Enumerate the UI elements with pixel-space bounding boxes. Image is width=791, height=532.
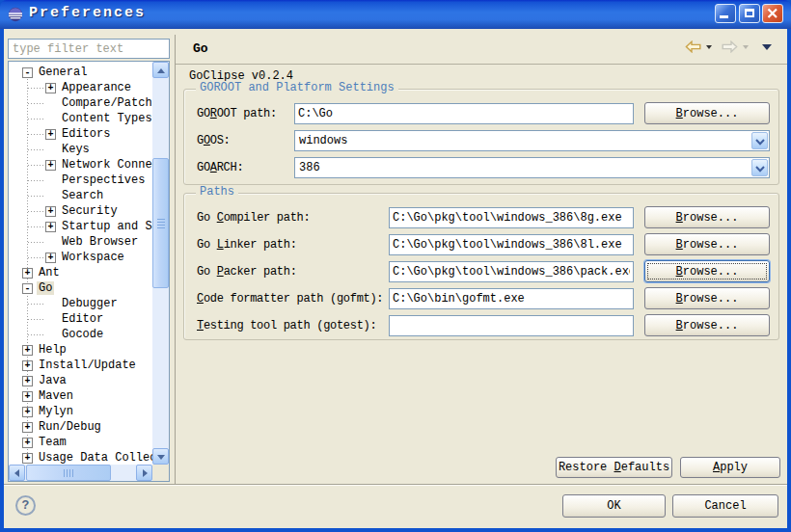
expand-toggle-icon[interactable]: + xyxy=(45,160,56,171)
expand-toggle-icon[interactable]: + xyxy=(22,453,33,464)
goos-label: GOOS: xyxy=(197,130,231,151)
sidebar-item-run-debug[interactable]: +Run/Debug xyxy=(9,419,152,435)
linker-browse-button[interactable]: Browse... xyxy=(644,233,770,255)
cancel-button[interactable]: Cancel xyxy=(672,494,778,518)
expand-toggle-icon[interactable]: + xyxy=(22,422,33,433)
vertical-scroll-thumb[interactable] xyxy=(152,158,169,288)
sidebar-item-label: Gocode xyxy=(60,328,105,341)
compiler-browse-button[interactable]: Browse... xyxy=(644,206,770,228)
sidebar-item-label: Security xyxy=(60,204,120,218)
sidebar-item-go-debugger[interactable]: Debugger xyxy=(9,296,152,311)
ok-button[interactable]: OK xyxy=(562,494,666,518)
expand-toggle-icon[interactable]: + xyxy=(45,129,56,140)
sidebar-item-go-gocode[interactable]: Gocode xyxy=(9,327,152,342)
tree-vertical-scrollbar[interactable] xyxy=(152,62,169,465)
gofmt-browse-button[interactable]: Browse... xyxy=(644,287,770,309)
preferences-tree: -General +Appearance Compare/Patch Conte… xyxy=(8,61,170,482)
close-button[interactable] xyxy=(762,4,783,23)
expand-toggle-icon[interactable]: + xyxy=(22,407,33,417)
expand-toggle-icon[interactable]: + xyxy=(22,391,33,402)
expand-toggle-icon[interactable]: + xyxy=(22,376,33,386)
goarch-selected-value: 386 xyxy=(299,161,320,174)
sidebar-item-label: Install/Update xyxy=(37,359,138,372)
linker-path-input[interactable] xyxy=(389,234,634,255)
sidebar-item-compare-patch[interactable]: Compare/Patch xyxy=(9,95,152,111)
sidebar-item-team[interactable]: +Team xyxy=(9,435,152,450)
goarch-combobox[interactable]: 386 xyxy=(294,157,770,178)
combo-dropdown-button[interactable] xyxy=(751,159,768,176)
sidebar-item-startup-and-shutdown[interactable]: +Startup and Shu xyxy=(9,219,152,234)
sidebar-item-keys[interactable]: Keys xyxy=(9,142,152,157)
gotest-path-input[interactable] xyxy=(389,315,634,336)
sidebar-item-label: Help xyxy=(37,343,68,357)
goos-combobox[interactable]: windows xyxy=(294,130,770,151)
sidebar-item-security[interactable]: +Security xyxy=(9,203,152,219)
goroot-path-input[interactable] xyxy=(294,103,634,124)
scroll-up-button[interactable] xyxy=(152,62,169,78)
sidebar-item-web-browser[interactable]: Web Browser xyxy=(9,234,152,250)
scroll-right-button[interactable] xyxy=(136,465,152,481)
forward-arrow-icon[interactable] xyxy=(722,40,738,53)
packer-path-input[interactable] xyxy=(389,261,634,282)
goroot-browse-button[interactable]: Browse... xyxy=(644,102,770,124)
back-arrow-icon[interactable] xyxy=(685,40,701,53)
sidebar-item-network-connections[interactable]: +Network Connect xyxy=(9,157,152,173)
sidebar-item-mylyn[interactable]: +Mylyn xyxy=(9,404,152,419)
scroll-left-button[interactable] xyxy=(9,465,25,481)
sidebar-item-help[interactable]: +Help xyxy=(9,342,152,358)
collapse-toggle-icon[interactable]: - xyxy=(22,283,33,294)
expand-toggle-icon[interactable]: + xyxy=(22,438,33,448)
expand-toggle-icon[interactable]: + xyxy=(45,83,56,93)
question-mark-icon: ? xyxy=(22,498,30,513)
gotest-browse-button[interactable]: Browse... xyxy=(644,314,770,336)
sidebar-item-usage-data-collector[interactable]: +Usage Data Collect xyxy=(9,450,152,465)
sidebar-item-label: Go xyxy=(37,281,54,295)
expand-toggle-icon[interactable]: + xyxy=(22,360,33,371)
expand-toggle-icon[interactable]: + xyxy=(22,345,33,356)
horizontal-scroll-thumb[interactable] xyxy=(26,465,111,481)
back-history-dropdown-icon[interactable] xyxy=(706,45,712,49)
gofmt-path-label: Code formatter path (gofmt): xyxy=(197,288,383,309)
minimize-button[interactable] xyxy=(715,4,736,23)
view-menu-icon[interactable] xyxy=(762,44,772,50)
sidebar-item-install-update[interactable]: +Install/Update xyxy=(9,358,152,373)
gofmt-path-input[interactable] xyxy=(389,288,634,309)
sidebar-item-editors[interactable]: +Editors xyxy=(9,126,152,142)
forward-history-dropdown-icon[interactable] xyxy=(743,45,749,49)
filter-input[interactable] xyxy=(8,39,170,59)
title-bar[interactable]: Preferences xyxy=(0,0,791,29)
sidebar-item-go-editor[interactable]: Editor xyxy=(9,311,152,327)
maximize-button[interactable] xyxy=(739,4,760,23)
compiler-path-input[interactable] xyxy=(389,207,634,228)
sidebar-item-go[interactable]: -Go xyxy=(9,280,152,296)
expand-toggle-icon[interactable]: + xyxy=(45,222,56,232)
footer-divider-highlight xyxy=(4,485,787,486)
tree-horizontal-scrollbar[interactable] xyxy=(9,465,152,481)
packer-browse-button[interactable]: Browse... xyxy=(644,260,770,282)
scroll-down-icon xyxy=(157,455,165,460)
sidebar-item-label: Web Browser xyxy=(60,235,140,249)
history-nav xyxy=(681,39,781,58)
close-icon xyxy=(767,8,778,19)
sidebar-item-workspace[interactable]: +Workspace xyxy=(9,250,152,265)
scroll-down-button[interactable] xyxy=(152,448,169,465)
scroll-right-icon xyxy=(143,469,148,477)
sidebar-item-java[interactable]: +Java xyxy=(9,373,152,388)
help-button[interactable]: ? xyxy=(15,495,36,516)
expand-toggle-icon[interactable]: + xyxy=(45,253,56,263)
restore-defaults-button[interactable]: Restore Defaults xyxy=(556,457,672,478)
combo-dropdown-button[interactable] xyxy=(751,132,768,149)
sidebar-item-perspectives[interactable]: Perspectives xyxy=(9,173,152,188)
sidebar-item-appearance[interactable]: +Appearance xyxy=(9,80,152,95)
expand-toggle-icon[interactable]: + xyxy=(45,206,56,217)
sidebar-item-label: Ant xyxy=(37,266,62,279)
sidebar-item-maven[interactable]: +Maven xyxy=(9,388,152,404)
apply-button[interactable]: Apply xyxy=(680,457,780,478)
chevron-down-icon xyxy=(755,139,765,146)
sidebar-item-ant[interactable]: +Ant xyxy=(9,265,152,280)
sidebar-item-content-types[interactable]: Content Types xyxy=(9,111,152,126)
sidebar-item-search[interactable]: Search xyxy=(9,188,152,203)
sidebar-item-general[interactable]: -General xyxy=(9,65,152,80)
expand-toggle-icon[interactable]: + xyxy=(22,268,33,279)
collapse-toggle-icon[interactable]: - xyxy=(22,67,33,78)
